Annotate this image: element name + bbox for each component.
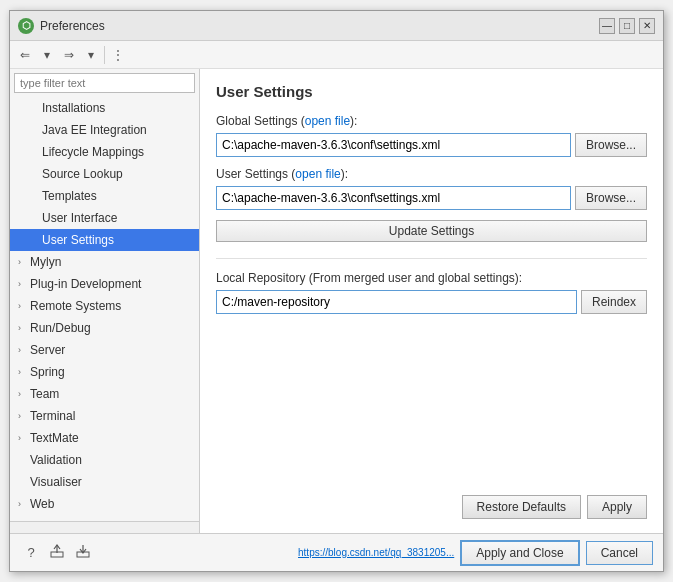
global-settings-row: Browse... — [216, 133, 647, 157]
apply-close-button[interactable]: Apply and Close — [460, 540, 579, 566]
window-title: Preferences — [40, 19, 599, 33]
sidebar-item-label: Spring — [30, 363, 65, 381]
right-panel: User Settings Global Settings (open file… — [200, 69, 663, 533]
sidebar-item-label: Visualiser — [30, 473, 82, 491]
tree-arrow-icon: › — [18, 341, 30, 359]
export-button[interactable] — [46, 542, 68, 564]
sidebar-item-label: User Settings — [42, 231, 114, 249]
sidebar-item-server[interactable]: ›Server — [10, 339, 199, 361]
back-icon: ⇐ — [20, 48, 30, 62]
sidebar-item-label: Templates — [42, 187, 97, 205]
apply-button[interactable]: Apply — [587, 495, 647, 519]
forward-button[interactable]: ⇒ — [58, 44, 80, 66]
sidebar-item-label: Installations — [42, 99, 105, 117]
panel-bottom-buttons: Restore Defaults Apply — [216, 487, 647, 519]
export-icon — [50, 544, 64, 561]
back-dropdown-button[interactable]: ▾ — [36, 44, 58, 66]
sidebar-item-label: Remote Systems — [30, 297, 121, 315]
sidebar-item-label: Lifecycle Mappings — [42, 143, 144, 161]
browse1-button[interactable]: Browse... — [575, 133, 647, 157]
sidebar-item-label: User Interface — [42, 209, 117, 227]
sidebar: InstallationsJava EE IntegrationLifecycl… — [10, 69, 200, 533]
sidebar-item-mylyn[interactable]: ›Mylyn — [10, 251, 199, 273]
tree-arrow-icon: › — [18, 319, 30, 337]
import-button[interactable] — [72, 542, 94, 564]
panel-title: User Settings — [216, 83, 647, 100]
sidebar-item-label: Team — [30, 385, 59, 403]
sidebar-item-templates[interactable]: Templates — [10, 185, 199, 207]
sidebar-item-label: Validation — [30, 451, 82, 469]
maximize-button[interactable]: □ — [619, 18, 635, 34]
title-bar: ⬡ Preferences — □ ✕ — [10, 11, 663, 41]
tree-arrow-icon: › — [18, 275, 30, 293]
sidebar-item-validation[interactable]: Validation — [10, 449, 199, 471]
tree-arrow-icon: › — [18, 495, 30, 513]
global-settings-input[interactable] — [216, 133, 571, 157]
sidebar-item-lifecycle[interactable]: Lifecycle Mappings — [10, 141, 199, 163]
global-settings-link[interactable]: open file — [305, 114, 350, 128]
tree-arrow-icon: › — [18, 363, 30, 381]
sidebar-item-visualiser[interactable]: Visualiser — [10, 471, 199, 493]
separator — [216, 258, 647, 259]
restore-defaults-button[interactable]: Restore Defaults — [462, 495, 581, 519]
browse2-button[interactable]: Browse... — [575, 186, 647, 210]
sidebar-item-terminal[interactable]: ›Terminal — [10, 405, 199, 427]
local-repo-row: Reindex — [216, 290, 647, 314]
tree-arrow-icon: › — [18, 297, 30, 315]
footer-right: https://blog.csdn.net/qq_3831205... Appl… — [298, 540, 653, 566]
tree-container: InstallationsJava EE IntegrationLifecycl… — [10, 97, 199, 521]
local-repo-input[interactable] — [216, 290, 577, 314]
cancel-button[interactable]: Cancel — [586, 541, 653, 565]
toolbar: ⇐ ▾ ⇒ ▾ ⋮ — [10, 41, 663, 69]
preferences-window: ⬡ Preferences — □ ✕ ⇐ ▾ ⇒ ▾ ⋮ — [9, 10, 664, 572]
filter-input[interactable] — [14, 73, 195, 93]
reindex-button[interactable]: Reindex — [581, 290, 647, 314]
tree-arrow-icon: › — [18, 253, 30, 271]
sidebar-item-installations[interactable]: Installations — [10, 97, 199, 119]
user-settings-input[interactable] — [216, 186, 571, 210]
menu-button[interactable]: ⋮ — [107, 44, 129, 66]
back-button[interactable]: ⇐ — [14, 44, 36, 66]
sidebar-item-spring[interactable]: ›Spring — [10, 361, 199, 383]
help-icon: ? — [27, 545, 34, 560]
forward-icon: ⇒ — [64, 48, 74, 62]
sidebar-item-label: TextMate — [30, 429, 79, 447]
app-icon: ⬡ — [18, 18, 34, 34]
forward-dropdown-button[interactable]: ▾ — [80, 44, 102, 66]
sidebar-item-label: Mylyn — [30, 253, 61, 271]
tree-arrow-icon: › — [18, 407, 30, 425]
chevron-down-icon: ▾ — [44, 48, 50, 62]
local-repo-label: Local Repository (From merged user and g… — [216, 271, 647, 285]
sidebar-item-team[interactable]: ›Team — [10, 383, 199, 405]
sidebar-item-label: Server — [30, 341, 65, 359]
sidebar-item-textmate[interactable]: ›TextMate — [10, 427, 199, 449]
sidebar-item-user-interface[interactable]: User Interface — [10, 207, 199, 229]
sidebar-item-java-ee[interactable]: Java EE Integration — [10, 119, 199, 141]
sidebar-item-run-debug[interactable]: ›Run/Debug — [10, 317, 199, 339]
close-button[interactable]: ✕ — [639, 18, 655, 34]
sidebar-item-label: Source Lookup — [42, 165, 123, 183]
window-controls: — □ ✕ — [599, 18, 655, 34]
sidebar-item-label: Run/Debug — [30, 319, 91, 337]
sidebar-item-label: Plug-in Development — [30, 275, 141, 293]
chevron-down-icon2: ▾ — [88, 48, 94, 62]
global-settings-label: Global Settings (open file): — [216, 114, 647, 128]
main-content: InstallationsJava EE IntegrationLifecycl… — [10, 69, 663, 533]
sidebar-item-remote-systems[interactable]: ›Remote Systems — [10, 295, 199, 317]
user-settings-link[interactable]: open file — [295, 167, 340, 181]
horizontal-scrollbar[interactable] — [10, 521, 199, 533]
help-button[interactable]: ? — [20, 542, 42, 564]
sidebar-item-label: Web — [30, 495, 54, 513]
import-icon — [76, 544, 90, 561]
sidebar-item-source-lookup[interactable]: Source Lookup — [10, 163, 199, 185]
minimize-button[interactable]: — — [599, 18, 615, 34]
update-settings-button[interactable]: Update Settings — [216, 220, 647, 242]
status-text[interactable]: https://blog.csdn.net/qq_3831205... — [298, 547, 454, 558]
sidebar-item-label: Java EE Integration — [42, 121, 147, 139]
menu-icon: ⋮ — [112, 48, 124, 62]
sidebar-item-web[interactable]: ›Web — [10, 493, 199, 515]
user-settings-row: Browse... — [216, 186, 647, 210]
sidebar-item-user-settings[interactable]: User Settings — [10, 229, 199, 251]
sidebar-item-label: Terminal — [30, 407, 75, 425]
sidebar-item-plugin-dev[interactable]: ›Plug-in Development — [10, 273, 199, 295]
